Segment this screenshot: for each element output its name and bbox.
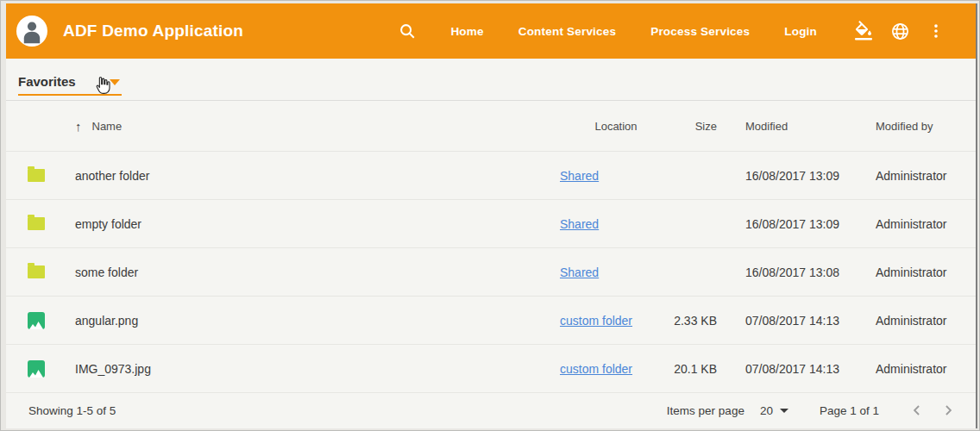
avatar[interactable] [16, 16, 47, 47]
items-per-page-value: 20 [760, 404, 773, 417]
cell-modified-by: Administrator [872, 362, 976, 376]
cell-modified: 07/08/2017 14:13 [743, 314, 872, 328]
language-globe-icon[interactable] [883, 14, 917, 48]
header-cell-name[interactable]: ↑ Name [70, 119, 560, 134]
cell-modified: 16/08/2017 13:09 [743, 169, 872, 183]
showing-range-label: Showing 1-5 of 5 [28, 404, 116, 417]
location-link[interactable]: Shared [560, 169, 599, 183]
format-color-fill-icon[interactable] [846, 14, 881, 48]
table-header-row: ↑ Name Location Size Modified Modified b… [6, 101, 976, 152]
app-header: ADF Demo Application Home Content Servic… [6, 3, 976, 59]
search-icon[interactable] [390, 14, 424, 48]
cell-name[interactable]: angular.png [70, 314, 560, 328]
cell-modified-by: Administrator [872, 314, 976, 328]
app-title: ADF Demo Application [63, 22, 243, 41]
tab-favorites-label: Favorites [18, 64, 76, 89]
table-row[interactable]: some folder Shared 16/08/2017 13:08 Admi… [6, 248, 976, 297]
header-cell-size[interactable]: Size [672, 120, 743, 133]
folder-icon [28, 217, 45, 230]
location-link[interactable]: custom folder [560, 362, 632, 376]
screenshot-frame: ADF Demo Application Home Content Servic… [0, 0, 980, 431]
next-page-button[interactable] [933, 395, 964, 426]
cell-modified-by: Administrator [872, 217, 976, 231]
nav-item-content-services[interactable]: Content Services [501, 16, 634, 47]
chevron-down-icon [110, 79, 120, 85]
cell-name[interactable]: IMG_0973.jpg [70, 362, 560, 376]
items-per-page-select[interactable]: Items per page 20 [667, 404, 788, 417]
header-cell-modified-by[interactable]: Modified by [872, 120, 976, 133]
header-cell-modified[interactable]: Modified [743, 120, 872, 133]
cell-name[interactable]: another folder [70, 169, 560, 183]
paginator: Showing 1-5 of 5 Items per page 20 Page … [6, 393, 976, 428]
nav-item-home[interactable]: Home [433, 16, 500, 47]
header-cell-location[interactable]: Location [560, 120, 672, 133]
appbar-icon-group [846, 14, 953, 48]
cell-modified: 07/08/2017 14:13 [743, 362, 872, 376]
tab-bar: Favorites [6, 59, 976, 101]
folder-icon [28, 169, 45, 182]
location-link[interactable]: custom folder [560, 314, 632, 328]
table-row[interactable]: another folder Shared 16/08/2017 13:09 A… [6, 152, 976, 200]
app-window: ADF Demo Application Home Content Servic… [6, 3, 977, 428]
sort-ascending-icon: ↑ [75, 119, 82, 134]
person-icon [17, 16, 47, 46]
cell-modified: 16/08/2017 13:08 [743, 265, 872, 279]
cell-size: 20.1 KB [672, 362, 743, 376]
cell-modified-by: Administrator [872, 169, 976, 183]
location-link[interactable]: Shared [560, 265, 599, 279]
favorites-datatable: ↑ Name Location Size Modified Modified b… [6, 101, 976, 393]
items-per-page-label: Items per page [667, 404, 744, 417]
main-nav: Home Content Services Process Services L… [433, 16, 834, 47]
previous-page-button[interactable] [901, 395, 933, 426]
table-row[interactable]: IMG_0973.jpg custom folder 20.1 KB 07/08… [6, 345, 976, 393]
image-file-icon [28, 312, 45, 329]
cell-name[interactable]: empty folder [70, 217, 560, 231]
more-vert-icon[interactable] [919, 14, 953, 48]
image-file-icon [28, 360, 45, 378]
page-of-label: Page 1 of 1 [820, 404, 879, 417]
cell-modified: 16/08/2017 13:09 [743, 217, 872, 231]
header-name-label: Name [92, 120, 122, 133]
cell-name[interactable]: some folder [70, 265, 560, 279]
cell-modified-by: Administrator [872, 265, 976, 279]
table-row[interactable]: angular.png custom folder 2.33 KB 07/08/… [6, 297, 976, 345]
nav-item-login[interactable]: Login [767, 16, 834, 47]
folder-icon [28, 265, 45, 278]
cell-size: 2.33 KB [672, 314, 743, 328]
table-row[interactable]: empty folder Shared 16/08/2017 13:09 Adm… [6, 200, 976, 248]
location-link[interactable]: Shared [560, 217, 599, 231]
tab-favorites[interactable]: Favorites [18, 59, 122, 96]
nav-item-process-services[interactable]: Process Services [633, 16, 767, 47]
chevron-down-icon [780, 409, 788, 413]
